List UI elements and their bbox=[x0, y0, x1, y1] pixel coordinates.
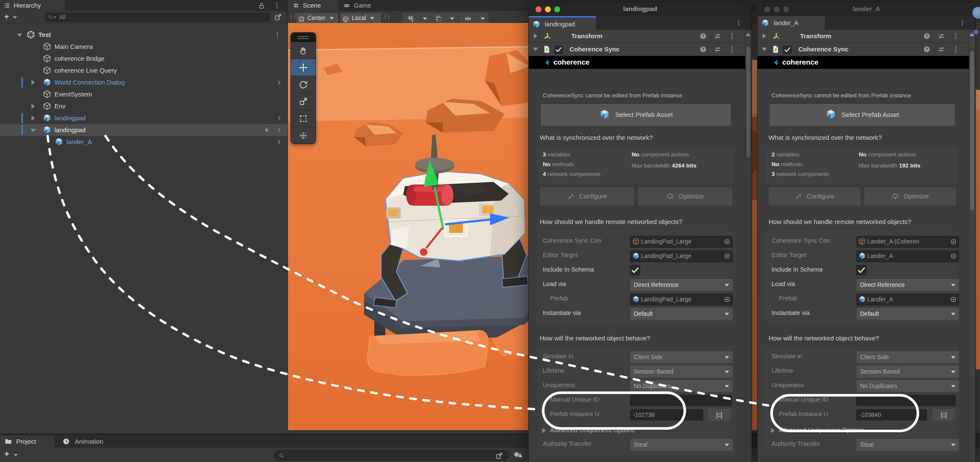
foldout-closed-icon[interactable] bbox=[542, 428, 546, 433]
enabled-checkbox[interactable] bbox=[554, 45, 563, 54]
open-prefab-chevron-icon[interactable] bbox=[276, 139, 282, 145]
orientation-mode-button[interactable]: Local bbox=[340, 13, 381, 23]
tab-scene[interactable]: Scene bbox=[288, 0, 338, 11]
scene-menu-icon[interactable] bbox=[274, 31, 281, 38]
simulate-in-dropdown[interactable]: Client Side bbox=[856, 351, 959, 363]
presets-icon[interactable] bbox=[937, 32, 945, 40]
create-button[interactable]: + bbox=[4, 12, 9, 21]
manual-unique-id-input[interactable] bbox=[630, 395, 732, 406]
foldout-open-icon[interactable] bbox=[533, 48, 538, 51]
rotate-tool-button[interactable] bbox=[291, 76, 316, 93]
hierarchy-row[interactable]: landingpad bbox=[0, 112, 288, 124]
uniqueness-dropdown[interactable]: No Duplicates bbox=[856, 380, 959, 392]
regenerate-uuid-button[interactable] bbox=[707, 409, 731, 422]
optimize-button[interactable]: Optimize bbox=[864, 187, 957, 206]
tab-animation[interactable]: Animation bbox=[56, 435, 126, 448]
snap-increment-dropdown[interactable] bbox=[478, 13, 489, 23]
rect-tool-button[interactable] bbox=[291, 110, 316, 127]
window-titlebar[interactable]: landingpad bbox=[529, 2, 752, 17]
tab-game[interactable]: Game bbox=[340, 0, 391, 11]
component-menu-icon[interactable] bbox=[728, 45, 736, 53]
regenerate-uuid-button[interactable] bbox=[932, 409, 956, 422]
lock-icon[interactable] bbox=[258, 2, 265, 9]
advanced-uniqueness-foldout[interactable]: Advanced Uniqueness Options bbox=[779, 427, 863, 434]
transform-tool-button[interactable] bbox=[291, 127, 316, 144]
hierarchy-row[interactable]: World Connection Dialog bbox=[0, 77, 288, 88]
editor-target-field[interactable]: Lander_A bbox=[856, 250, 959, 262]
hierarchy-row-selected[interactable]: landingpad bbox=[0, 124, 288, 136]
hierarchy-menu-icon[interactable] bbox=[273, 2, 281, 9]
sync-config-field[interactable]: Lander_A (Coheren bbox=[856, 236, 959, 248]
grid-visibility-dropdown[interactable] bbox=[420, 13, 431, 23]
lifetime-dropdown[interactable]: Session Based bbox=[630, 366, 733, 378]
hierarchy-row[interactable]: coherence Bridge bbox=[0, 53, 288, 65]
prefab-instance-uuid-input[interactable]: -103840 bbox=[856, 409, 927, 420]
window-menu-icon[interactable] bbox=[959, 19, 966, 26]
lifetime-dropdown[interactable]: Session Based bbox=[856, 366, 959, 378]
manual-unique-id-input[interactable] bbox=[856, 395, 956, 406]
hierarchy-search-input[interactable]: All bbox=[45, 13, 270, 22]
hierarchy-row[interactable]: coherence Live Query bbox=[0, 65, 288, 77]
hierarchy-row[interactable]: Main Camera bbox=[0, 41, 288, 53]
scrollbar-thumb[interactable] bbox=[746, 47, 750, 157]
foldout-closed-icon[interactable] bbox=[31, 80, 35, 85]
hierarchy-row[interactable]: EventSystem bbox=[0, 88, 288, 100]
foldout-closed-icon[interactable] bbox=[534, 34, 537, 39]
foldout-closed-icon[interactable] bbox=[31, 116, 35, 121]
inspector-scrollbar[interactable] bbox=[969, 30, 975, 462]
uniqueness-dropdown[interactable]: No Duplicates bbox=[630, 380, 733, 392]
toolbar-handle[interactable] bbox=[291, 14, 295, 20]
load-via-dropdown[interactable]: Direct Reference bbox=[856, 279, 959, 291]
advanced-uniqueness-foldout[interactable]: Advanced Uniqueness Options bbox=[550, 427, 635, 434]
object-picker-icon[interactable] bbox=[950, 296, 957, 303]
component-menu-icon[interactable] bbox=[952, 45, 960, 53]
grid-visibility-button[interactable] bbox=[402, 13, 420, 23]
simulate-in-dropdown[interactable]: Client Side bbox=[630, 351, 733, 363]
foldout-open-icon[interactable] bbox=[17, 34, 22, 37]
object-picker-icon[interactable] bbox=[724, 296, 731, 303]
foldout-closed-icon[interactable] bbox=[771, 428, 775, 433]
enabled-checkbox[interactable] bbox=[783, 45, 792, 54]
project-create-button[interactable]: + bbox=[4, 449, 9, 459]
object-picker-icon[interactable] bbox=[950, 252, 957, 260]
inspector-tab[interactable]: lander_A bbox=[758, 16, 825, 30]
include-in-schema-checkbox[interactable] bbox=[856, 265, 866, 275]
component-menu-icon[interactable] bbox=[952, 32, 960, 40]
tool-strip-handle[interactable] bbox=[291, 33, 316, 42]
foldout-closed-icon[interactable] bbox=[31, 104, 35, 109]
help-icon[interactable] bbox=[923, 45, 931, 53]
configure-button[interactable]: Configure bbox=[539, 187, 635, 206]
hierarchy-row-scene[interactable]: Test bbox=[0, 29, 288, 41]
configure-button[interactable]: Configure bbox=[768, 187, 861, 206]
object-picker-icon[interactable] bbox=[724, 252, 731, 260]
instantiate-via-dropdown[interactable]: Default bbox=[630, 308, 733, 320]
authority-transfer-dropdown[interactable]: Steal bbox=[856, 439, 959, 451]
object-picker-icon[interactable] bbox=[724, 238, 731, 245]
coherence-sync-component-header[interactable]: Coherence Sync bbox=[529, 43, 746, 56]
optimize-button[interactable]: Optimize bbox=[638, 187, 733, 206]
presets-icon[interactable] bbox=[937, 45, 945, 53]
instantiate-via-dropdown[interactable]: Default bbox=[856, 308, 959, 320]
help-icon[interactable] bbox=[699, 32, 707, 40]
foldout-closed-icon[interactable] bbox=[763, 34, 766, 39]
open-prefab-chevron-icon[interactable] bbox=[276, 115, 282, 122]
prefab-instance-uuid-input[interactable]: -102736 bbox=[630, 409, 703, 420]
inspector-tab[interactable]: landingpad bbox=[529, 16, 596, 30]
prefab-field[interactable]: LandingPad_Large bbox=[630, 294, 733, 306]
coherence-sync-component-header[interactable]: Coherence Sync bbox=[758, 43, 969, 56]
snap-settings-button[interactable] bbox=[430, 13, 447, 23]
help-icon[interactable] bbox=[699, 45, 707, 53]
search-popout-icon[interactable] bbox=[495, 451, 504, 460]
sync-config-field[interactable]: LandingPad_Large bbox=[630, 236, 733, 248]
select-prefab-asset-button[interactable]: Select Prefab Asset bbox=[541, 104, 731, 126]
authority-transfer-dropdown[interactable]: Steal bbox=[630, 439, 733, 451]
snap-increment-button[interactable] bbox=[459, 13, 478, 23]
popout-icon[interactable] bbox=[274, 13, 282, 21]
move-tool-button[interactable] bbox=[291, 59, 316, 76]
create-dropdown-caret[interactable] bbox=[13, 16, 17, 19]
transform-component-header[interactable]: Transform bbox=[529, 30, 746, 43]
component-menu-icon[interactable] bbox=[728, 32, 736, 40]
window-titlebar[interactable]: lander_A bbox=[758, 2, 975, 17]
pivot-mode-button[interactable]: Center bbox=[296, 13, 338, 23]
editor-target-field[interactable]: LandingPad_Large bbox=[630, 250, 733, 262]
